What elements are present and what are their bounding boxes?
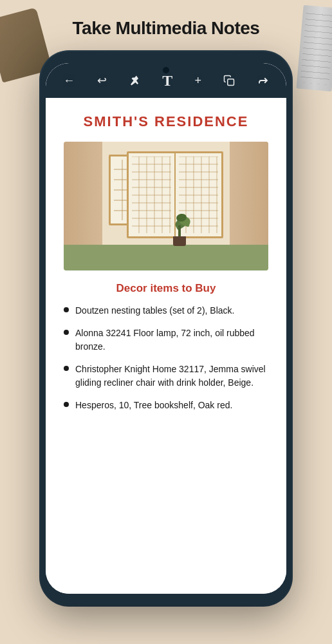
back-icon[interactable]: ←	[59, 70, 78, 91]
section-heading: Decor items to Buy	[64, 282, 268, 295]
phone-screen: ← ↩ T +	[46, 63, 286, 594]
bullet-dot	[64, 330, 69, 335]
phone-camera	[163, 67, 169, 73]
share-icon[interactable]	[254, 71, 273, 90]
room-wall-right	[230, 142, 268, 245]
plant-pot	[173, 236, 186, 246]
list-item-text: Alonna 32241 Floor lamp, 72 inch, oil ru…	[75, 327, 268, 354]
bullet-list: Doutzen nesting tables (set of 2), Black…	[64, 304, 268, 412]
list-item: Hesperos, 10, Tree bookshelf, Oak red.	[64, 399, 268, 412]
list-item: Alonna 32241 Floor lamp, 72 inch, oil ru…	[64, 327, 268, 354]
add-icon[interactable]: +	[191, 70, 206, 91]
bullet-dot	[64, 307, 69, 312]
undo-icon[interactable]: ↩	[93, 70, 111, 91]
list-item-text: Hesperos, 10, Tree bookshelf, Oak red.	[75, 399, 232, 412]
list-item-text: Doutzen nesting tables (set of 2), Black…	[75, 304, 234, 317]
list-item: Christopher Knight Home 32117, Jemma swi…	[64, 363, 268, 390]
room-floor	[64, 245, 268, 270]
room-wall-left	[64, 142, 102, 245]
note-content: SMITH'S RESIDENCE	[46, 98, 286, 594]
bullet-dot	[64, 366, 69, 371]
room-image	[64, 142, 268, 270]
svg-rect-0	[228, 79, 234, 86]
list-item-text: Christopher Knight Home 32117, Jemma swi…	[75, 363, 268, 390]
pin-icon[interactable]	[125, 71, 144, 90]
bullet-dot	[64, 402, 69, 407]
door-panel-left	[129, 153, 176, 236]
page-title: Take Multimedia Notes	[0, 18, 332, 39]
plant	[170, 211, 189, 246]
copy-icon[interactable]	[219, 71, 239, 90]
phone-frame: ← ↩ T +	[41, 52, 291, 605]
note-title: SMITH'S RESIDENCE	[64, 113, 268, 130]
list-item: Doutzen nesting tables (set of 2), Black…	[64, 304, 268, 317]
